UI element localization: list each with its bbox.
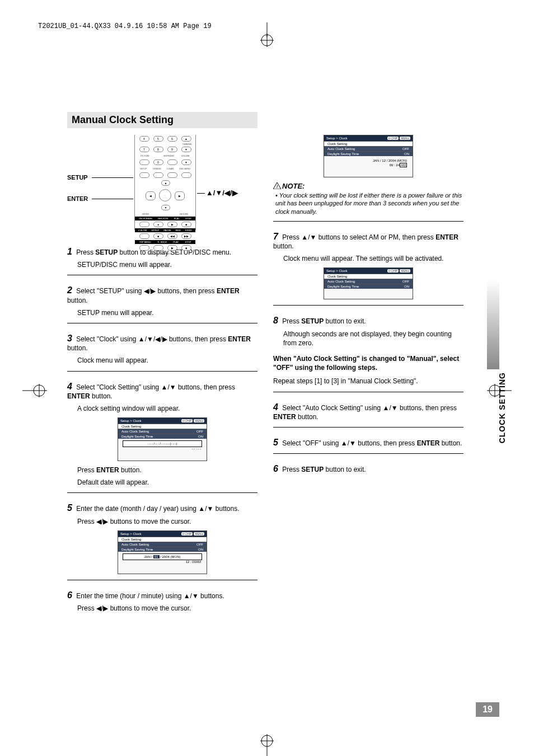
step-6-text: Enter the time (hour / minute) using ▲/▼…: [76, 592, 224, 600]
crop-mark-top: [255, 22, 279, 47]
left-column: SETUP ENTER ▲/▼/◀/▶ 456▲ CHANNEL 789▼ PI…: [67, 135, 257, 616]
btn-skip: [167, 159, 177, 165]
section-label: CLOCK SETTING: [498, 372, 507, 443]
remote-body: 456▲ CHANNEL 789▼ PICTURESKIP/INDEXVOLUM…: [134, 135, 196, 230]
btn-picture: [139, 159, 149, 165]
print-header: T2021UB_01-44.QX33 04.9.16 10:58 AM Page…: [38, 22, 212, 30]
step-8-follow: Although seconds are not displayed, they…: [283, 330, 463, 348]
step-5-num: 5: [67, 503, 72, 513]
osd-clock-blank: Setup > ClockV-CHIPMENU Clock SettingAut…: [118, 417, 207, 461]
step-6-follow: Press ◀/▶ buttons to move the cursor.: [77, 604, 257, 613]
setup-callout: SETUP: [67, 174, 88, 181]
btn-7: 7: [139, 147, 149, 152]
enter-callout: ENTER: [67, 195, 88, 202]
section-tab: [487, 280, 499, 369]
btn-6: 6: [167, 136, 177, 142]
btn-8: 8: [153, 147, 163, 152]
dpad-left: ◀: [146, 191, 156, 200]
page-number: 19: [476, 702, 499, 717]
step-7-num: 7: [273, 232, 278, 241]
btn-9: 9: [167, 147, 177, 152]
right-column: Setup > ClockV-CHIPMENU Clock SettingAut…: [273, 135, 463, 616]
default-date: Default date will appear.: [77, 478, 257, 487]
btn-discmenu: [181, 172, 191, 178]
step-7-text: Press ▲/▼ buttons to select AM or PM, th…: [273, 233, 458, 250]
step-8-num: 8: [273, 316, 278, 325]
step-8-text: Press SETUP button to exit.: [282, 317, 366, 325]
step-5-follow: Press ◀/▶ buttons to move the cursor.: [77, 517, 257, 526]
page-title: Manual Clock Setting: [67, 112, 257, 128]
note-body: • Your clock setting will be lost if eit…: [275, 191, 463, 215]
note-block: ! NOTE: • Your clock setting will be los…: [273, 182, 463, 215]
crop-mark-left: [22, 378, 47, 403]
osd-clock-date: Setup > ClockV-CHIPMENU Clock SettingAut…: [118, 530, 207, 574]
svg-text:!: !: [277, 184, 278, 189]
dpad-up: ▲: [161, 180, 170, 186]
btn-ch-up: ▲: [181, 136, 191, 142]
subheading: When "Auto Clock Setting" is changed to …: [273, 354, 463, 372]
btn-tpmenu: [153, 172, 163, 178]
btn-vol: ▼: [181, 159, 191, 165]
warning-icon: !: [273, 182, 281, 189]
btn-4: 4: [139, 136, 149, 142]
dpad-enter: ·: [159, 189, 171, 201]
repeat-instr: Repeat steps [1] to [3] in "Manual Clock…: [273, 377, 463, 386]
btn-5: 5: [153, 136, 163, 142]
step-7-follow: Clock menu will appear. The settings wil…: [283, 254, 463, 263]
press-enter: Press ENTER button.: [77, 466, 257, 475]
btn-ch-dn: ▼: [181, 147, 191, 152]
dpad-down: ▼: [161, 205, 170, 210]
btn-setup: [139, 172, 149, 178]
btn-0: 0: [153, 159, 163, 165]
arrows-callout: ▲/▼/◀/▶: [206, 189, 238, 197]
step-6-num: 6: [67, 590, 72, 600]
dpad-right: ▶: [175, 191, 185, 200]
crop-mark-bottom: [255, 734, 279, 756]
osd-clock-time: Setup > ClockV-CHIPMENU Clock SettingAut…: [324, 135, 413, 177]
step-5-text: Enter the date (month / day / year) usin…: [76, 505, 239, 513]
osd-clock-final: Setup > ClockV-CHIPMENU Clock SettingAut…: [324, 267, 413, 299]
remote-diagram: SETUP ENTER ▲/▼/◀/▶ 456▲ CHANNEL 789▼ PI…: [67, 135, 257, 236]
btn-clear: [167, 172, 177, 178]
